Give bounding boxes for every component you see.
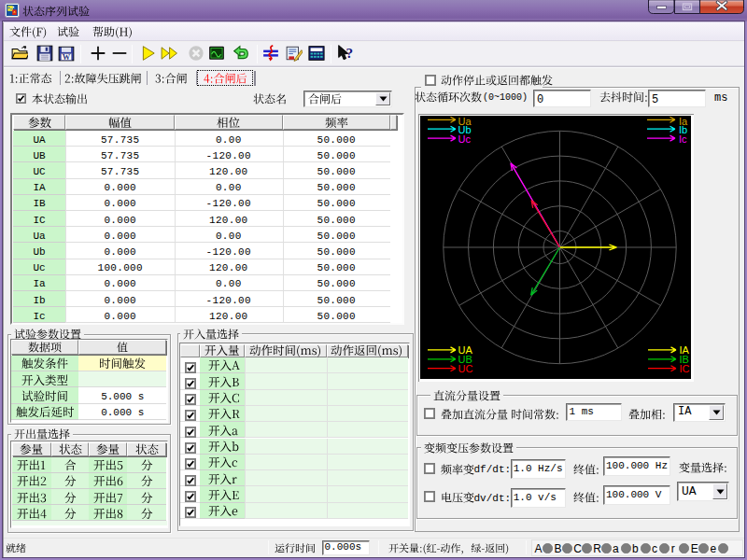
svg-text:IC: IC: [680, 363, 690, 374]
svg-text:W: W: [63, 52, 71, 62]
svg-text:UC: UC: [458, 363, 473, 374]
svg-text:?: ?: [346, 45, 354, 61]
svg-text:Ic: Ic: [679, 133, 687, 145]
svg-text:Uc: Uc: [458, 133, 472, 145]
